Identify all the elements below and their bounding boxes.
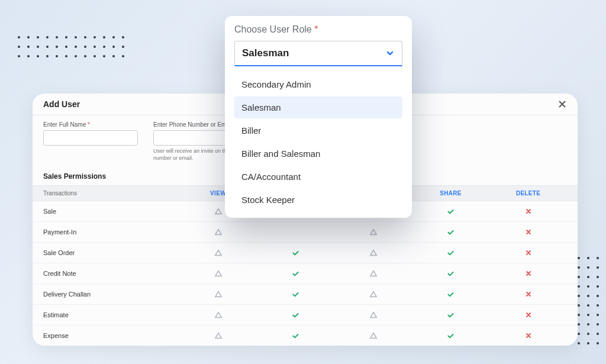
col-transactions: Transactions [43,190,179,197]
check-icon[interactable] [447,332,454,340]
check-icon[interactable] [447,291,454,298]
role-option[interactable]: CA/Accountant [234,166,402,188]
triangle-icon[interactable] [369,249,378,257]
role-option[interactable]: Secondary Admin [234,73,402,95]
role-dropdown: Choose User Role * Salesman Secondary Ad… [225,16,412,218]
x-icon[interactable] [525,311,532,318]
check-icon[interactable] [292,311,299,319]
triangle-icon[interactable] [214,269,223,278]
permissions-body: SalePayment-InSale OrderCredit NoteDeliv… [33,201,578,346]
check-icon[interactable] [447,311,454,319]
close-icon[interactable] [557,99,567,109]
triangle-icon[interactable] [214,311,223,319]
x-icon[interactable] [525,270,532,277]
role-option[interactable]: Stock Keeper [234,189,402,211]
full-name-label: Enter Full Name * [43,121,138,128]
table-row: Credit Note [33,263,578,284]
check-icon[interactable] [292,270,299,278]
triangle-icon[interactable] [369,228,378,236]
check-icon[interactable] [292,291,299,298]
chevron-down-icon [385,49,395,58]
col-share: SHARE [412,190,489,197]
x-icon[interactable] [525,291,532,298]
table-row: Sale Order [33,243,578,263]
role-options-list: Secondary AdminSalesmanBillerBiller and … [234,73,402,211]
triangle-icon[interactable] [214,207,223,215]
triangle-icon[interactable] [214,249,223,257]
row-name: Estimate [43,311,179,318]
row-name: Sale [43,208,179,215]
triangle-icon[interactable] [369,331,378,340]
row-name: Expense [43,332,179,339]
modal-title: Add User [43,99,80,109]
decorative-dots-top [18,36,124,57]
full-name-field: Enter Full Name * [43,121,138,162]
role-option[interactable]: Biller [234,120,402,141]
row-name: Credit Note [43,270,179,277]
table-row: Delivery Challan [33,284,578,305]
role-label: Choose User Role * [234,24,402,35]
role-selected-value: Salesman [242,47,289,59]
check-icon[interactable] [447,208,454,215]
check-icon[interactable] [447,249,454,257]
role-select[interactable]: Salesman [234,41,402,66]
triangle-icon[interactable] [369,311,378,319]
col-delete: DELETE [489,190,567,197]
triangle-icon[interactable] [214,228,223,236]
check-icon[interactable] [292,249,299,257]
x-icon[interactable] [525,208,532,215]
table-row: Payment-In [33,222,578,243]
x-icon[interactable] [525,228,532,236]
role-option[interactable]: Biller and Salesman [234,143,402,165]
triangle-icon[interactable] [369,269,378,278]
check-icon[interactable] [447,270,454,278]
table-row: Estimate [33,305,578,326]
full-name-input[interactable] [43,130,138,146]
check-icon[interactable] [447,228,454,236]
row-name: Payment-In [43,228,179,236]
row-name: Sale Order [43,249,179,256]
x-icon[interactable] [525,332,532,339]
role-option[interactable]: Salesman [234,96,402,118]
row-name: Delivery Challan [43,291,179,298]
triangle-icon[interactable] [214,290,223,298]
triangle-icon[interactable] [214,331,223,340]
check-icon[interactable] [292,332,299,340]
x-icon[interactable] [525,249,532,256]
triangle-icon[interactable] [369,290,378,298]
table-row: Expense [33,326,578,346]
decorative-dots-bottom [578,257,599,344]
